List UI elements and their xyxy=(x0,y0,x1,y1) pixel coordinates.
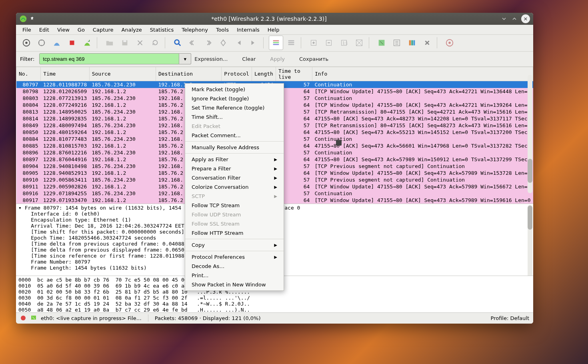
clear-button[interactable]: Clear xyxy=(242,56,256,62)
maximize-button[interactable] xyxy=(511,15,518,22)
menu-statistics[interactable]: Statistics xyxy=(146,25,178,34)
menu-separator xyxy=(185,141,284,142)
menu-tools[interactable]: Tools xyxy=(212,25,233,34)
expert-info-icon[interactable] xyxy=(20,315,26,321)
open-file-icon[interactable] xyxy=(102,36,117,50)
svg-point-3 xyxy=(39,40,45,46)
coloring-rules-icon[interactable] xyxy=(405,36,419,50)
context-menu-item[interactable]: Manually Resolve Address xyxy=(185,143,284,152)
context-menu-item[interactable]: Conversation Filter▶ xyxy=(185,173,284,182)
zoom-reset-icon[interactable]: 1:1 xyxy=(337,36,351,50)
column-header[interactable]: Time xyxy=(41,67,90,81)
context-menu-item[interactable]: Decode As… xyxy=(185,262,284,271)
statusbar: eth0: <live capture in progress> File… P… xyxy=(16,312,533,324)
statusbar-profile[interactable]: Profile: Default xyxy=(491,315,529,321)
menu-go[interactable]: Go xyxy=(74,25,89,34)
filter-label: Filter: xyxy=(20,56,34,62)
context-menu-item[interactable]: Ignore Packet (toggle) xyxy=(185,94,284,103)
options-icon[interactable] xyxy=(34,36,49,50)
menu-analyze[interactable]: Analyze xyxy=(118,25,146,34)
context-menu-item[interactable]: Apply as Filter▶ xyxy=(185,155,284,164)
preferences-icon[interactable] xyxy=(420,36,434,50)
menu-view[interactable]: View xyxy=(53,25,74,34)
colorize-icon[interactable] xyxy=(269,36,283,50)
menu-internals[interactable]: Internals xyxy=(233,25,264,34)
column-header[interactable]: Info xyxy=(312,67,533,81)
context-menu-item: Follow SSL Stream xyxy=(185,219,284,228)
column-header[interactable]: Destination xyxy=(156,67,221,81)
svg-point-2 xyxy=(25,42,28,44)
context-menu-item[interactable]: Show Packet in New Window xyxy=(185,280,284,289)
display-filters-icon[interactable] xyxy=(390,36,404,50)
column-header[interactable]: Source xyxy=(89,67,156,81)
start-capture-icon[interactable] xyxy=(50,36,64,50)
find-icon[interactable] xyxy=(170,36,185,50)
context-menu-item[interactable]: Protocol Preferences▶ xyxy=(185,252,284,262)
context-menu-item: Follow UDP Stream xyxy=(185,210,284,219)
menu-capture[interactable]: Capture xyxy=(89,25,118,34)
packet-context-menu[interactable]: Mark Packet (toggle)Ignore Packet (toggl… xyxy=(185,83,284,291)
context-menu-item[interactable]: Prepare a Filter▶ xyxy=(185,164,284,173)
titlebar: *eth0 [Wireshark 2.2.3 (wireshark-2.2.3)… xyxy=(16,13,533,25)
resize-columns-icon[interactable] xyxy=(352,36,366,50)
expression-button[interactable]: Expression... xyxy=(194,56,228,62)
go-to-packet-icon[interactable] xyxy=(216,36,230,50)
capture-comment-icon[interactable] xyxy=(30,315,37,321)
pin-icon[interactable] xyxy=(30,16,35,22)
svg-rect-21 xyxy=(409,40,411,46)
app-icon xyxy=(19,15,27,23)
stop-capture-icon[interactable] xyxy=(65,36,79,50)
menu-file[interactable]: File xyxy=(18,25,35,34)
interfaces-icon[interactable] xyxy=(19,36,34,50)
go-back-icon[interactable] xyxy=(186,36,200,50)
reload-icon[interactable] xyxy=(148,36,162,50)
menu-edit[interactable]: Edit xyxy=(35,25,53,34)
context-menu-item[interactable]: Time Shift... xyxy=(185,112,284,122)
column-header[interactable]: Protocol xyxy=(222,67,252,81)
menu-separator xyxy=(185,239,284,239)
context-menu-item[interactable]: Set Time Reference (toggle) xyxy=(185,103,284,112)
context-menu-item[interactable]: Packet Comment... xyxy=(185,131,284,140)
go-first-icon[interactable] xyxy=(231,36,246,50)
save-button[interactable]: Сохранить xyxy=(299,56,328,62)
go-last-icon[interactable] xyxy=(246,36,261,50)
window-title: *eth0 [Wireshark 2.2.3 (wireshark-2.2.3)… xyxy=(38,16,500,22)
context-menu-item[interactable]: Mark Packet (toggle) xyxy=(185,85,284,94)
minimize-button[interactable] xyxy=(500,15,508,22)
context-menu-item[interactable]: Colorize Conversation▶ xyxy=(185,182,284,192)
svg-point-0 xyxy=(20,16,27,22)
menu-telephony[interactable]: Telephony xyxy=(178,25,212,34)
capture-filters-icon[interactable] xyxy=(374,36,389,50)
svg-rect-6 xyxy=(123,40,126,42)
column-header[interactable]: Time to live xyxy=(276,67,312,81)
statusbar-packets: Packets: 458069 · Displayed: 121 (0,0%) xyxy=(155,315,261,321)
save-file-icon[interactable] xyxy=(118,36,132,50)
column-header[interactable]: Length xyxy=(252,67,276,81)
column-header[interactable]: No. xyxy=(16,67,41,81)
menu-help[interactable]: Help xyxy=(264,25,284,34)
context-menu-item: Edit Packet xyxy=(185,122,284,131)
context-menu-item[interactable]: Follow TCP Stream xyxy=(185,201,284,210)
svg-rect-9 xyxy=(273,42,279,44)
details-scrollbar[interactable] xyxy=(528,205,532,276)
context-menu-item[interactable]: Print... xyxy=(185,271,284,280)
filter-dropdown-button[interactable]: ▾ xyxy=(179,53,191,64)
context-menu-item: SCTP▶ xyxy=(185,192,284,201)
zoom-out-icon[interactable] xyxy=(322,36,336,50)
packet-list-scrollbar[interactable] xyxy=(528,75,532,193)
close-file-icon[interactable] xyxy=(133,36,147,50)
statusbar-interface: eth0: <live capture in progress> File… xyxy=(41,315,142,321)
context-menu-item[interactable]: Copy▶ xyxy=(185,240,284,250)
menu-separator xyxy=(185,251,284,251)
filter-input[interactable] xyxy=(39,53,179,64)
svg-rect-23 xyxy=(414,40,415,46)
auto-scroll-icon[interactable] xyxy=(284,36,298,50)
apply-button[interactable]: Apply xyxy=(270,56,285,62)
restart-capture-icon[interactable] xyxy=(80,36,94,50)
go-forward-icon[interactable] xyxy=(201,36,215,50)
context-menu-item[interactable]: Follow HTTP Stream xyxy=(185,228,284,238)
help-icon[interactable] xyxy=(442,36,457,50)
menu-separator xyxy=(185,153,284,154)
close-button[interactable]: ✕ xyxy=(521,14,530,23)
zoom-in-icon[interactable] xyxy=(306,36,321,50)
